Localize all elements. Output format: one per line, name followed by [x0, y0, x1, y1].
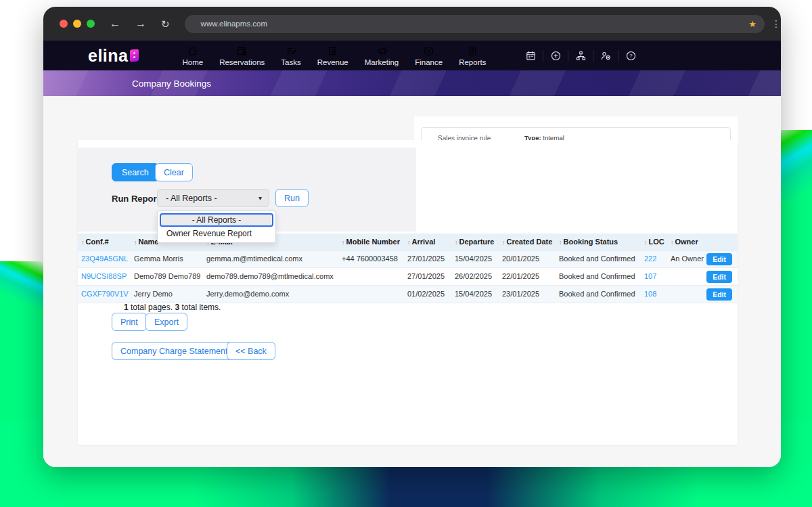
admin-gear-icon[interactable] — [593, 50, 618, 62]
cell-mobile: +44 7600003458 — [338, 250, 404, 267]
cell-mobile — [338, 286, 404, 303]
back-page-button[interactable]: << Back — [227, 342, 275, 360]
close-window-button[interactable] — [60, 20, 68, 28]
cell-owner: An Owner — [667, 250, 704, 267]
run-button[interactable]: Run — [275, 189, 309, 207]
sitemap-icon[interactable] — [568, 50, 593, 62]
app-logo[interactable]: elina — [88, 47, 139, 64]
cell-edit: Edit — [704, 268, 738, 285]
sort-icon: ↕ — [81, 239, 85, 246]
cell-loc[interactable]: 108 — [641, 286, 667, 303]
print-button[interactable]: Print — [112, 313, 147, 331]
table-row: N9UCSI88SPDemo789 Demo789demo789.demo789… — [78, 268, 738, 286]
cell-conf[interactable]: 23Q49A5GNL — [78, 250, 131, 267]
column-header-owner[interactable]: ↕Owner — [667, 234, 704, 250]
utility-menu: ? — [518, 50, 643, 62]
nav-item-label: Revenue — [317, 58, 348, 66]
report-option[interactable]: Owner Revenue Report — [160, 227, 273, 240]
sort-icon: ↕ — [134, 239, 137, 246]
pagination-summary: 1 total pages. 3 total items. — [124, 303, 221, 312]
minimize-window-button[interactable] — [73, 20, 81, 28]
cell-status: Booked and Confirmed — [556, 286, 641, 303]
help-icon[interactable]: ? — [618, 50, 643, 62]
cell-email: gemma.m@mtimedical.comx — [203, 250, 338, 267]
cell-arrival: 01/02/2025 — [404, 286, 451, 303]
company-charge-statement-button[interactable]: Company Charge Statement — [112, 342, 236, 360]
cell-status: Booked and Confirmed — [556, 250, 641, 267]
column-header-arrival[interactable]: ↕Arrival — [404, 234, 451, 250]
edit-booking-button[interactable]: Edit — [706, 271, 732, 283]
reload-button[interactable]: ↻ — [161, 19, 170, 29]
column-header-booking-status[interactable]: ↕Booking Status — [556, 234, 641, 250]
nav-item-home[interactable]: Home — [182, 45, 203, 66]
desktop-background: ← → ↻ www.elinapms.com ★ ⋮ elina HomeRes… — [0, 0, 812, 507]
marketing-icon — [376, 45, 388, 57]
clear-button[interactable]: Clear — [155, 163, 193, 181]
cell-arrival: 27/01/2025 — [404, 250, 451, 267]
cell-loc[interactable]: 107 — [641, 268, 667, 285]
run-report-label: Run Report: — [112, 194, 162, 204]
maximize-window-button[interactable] — [87, 20, 95, 28]
bookings-table: ↕Conf.#↕Name↕E-Mail↕Mobile Number↕Arriva… — [78, 234, 738, 303]
table-body: 23Q49A5GNLGemma Morrisgemma.m@mtimedical… — [78, 250, 738, 303]
cell-edit: Edit — [704, 250, 738, 267]
column-header-departure[interactable]: ↕Departure — [451, 234, 499, 250]
cell-departure: 15/04/2025 — [451, 250, 499, 267]
nav-item-reservations[interactable]: Reservations — [219, 45, 265, 66]
sort-icon: ↕ — [455, 239, 458, 246]
add-icon[interactable] — [543, 50, 568, 62]
search-button[interactable]: Search — [112, 163, 159, 181]
cell-created: 23/01/2025 — [499, 286, 556, 303]
sort-icon: ↕ — [559, 239, 562, 246]
back-button[interactable]: ← — [110, 18, 120, 29]
cell-name: Jerry Demo — [131, 286, 203, 303]
report-select-menu: - All Reports -Owner Revenue Report — [157, 211, 276, 243]
nav-item-label: Finance — [415, 58, 443, 66]
tasks-icon — [286, 45, 297, 57]
export-button[interactable]: Export — [145, 313, 187, 331]
cell-loc[interactable]: 222 — [641, 250, 667, 267]
report-option[interactable]: - All Reports - — [160, 213, 273, 227]
page-title: Company Bookings — [132, 79, 211, 89]
page-content: Sales invoice rule Type: Internal Amount… — [43, 96, 781, 467]
cell-name: Demo789 Demo789 — [131, 268, 203, 285]
sort-icon: ↕ — [502, 239, 505, 246]
column-header-mobile-number[interactable]: ↕Mobile Number — [338, 234, 404, 250]
column-header-created-date[interactable]: ↕Created Date — [499, 234, 556, 250]
home-icon — [187, 45, 198, 57]
cell-email: Jerry.demo@demo.comx — [203, 286, 338, 303]
revenue-icon — [327, 45, 338, 57]
svg-text:?: ? — [629, 53, 633, 59]
url-text: www.elinapms.com — [201, 20, 749, 28]
forward-button[interactable]: → — [135, 18, 146, 29]
nav-item-tasks[interactable]: Tasks — [281, 45, 300, 66]
table-row: CGXF790V1VJerry DemoJerry.demo@demo.comx… — [78, 286, 738, 303]
address-bar[interactable]: www.elinapms.com ★ — [185, 15, 765, 33]
report-select-value: - All Reports - — [166, 194, 258, 203]
nav-item-finance[interactable]: $Finance — [415, 45, 443, 66]
main-menu: HomeReservationsTasksRevenueMarketing$Fi… — [182, 45, 486, 66]
browser-window: ← → ↻ www.elinapms.com ★ ⋮ elina HomeRes… — [43, 7, 781, 467]
finance-icon: $ — [423, 45, 434, 57]
cell-conf[interactable]: N9UCSI88SP — [78, 268, 131, 285]
cell-departure: 26/02/2025 — [451, 268, 499, 285]
nav-item-marketing[interactable]: Marketing — [365, 45, 399, 66]
calendar-icon[interactable] — [518, 50, 543, 62]
page-header: Company Bookings — [43, 70, 781, 96]
report-select[interactable]: - All Reports - ▾ — [157, 189, 269, 207]
edit-booking-button[interactable]: Edit — [706, 288, 732, 301]
table-row: 23Q49A5GNLGemma Morrisgemma.m@mtimedical… — [78, 250, 738, 268]
nav-item-reports[interactable]: Reports — [459, 45, 486, 66]
browser-titlebar: ← → ↻ www.elinapms.com ★ ⋮ — [43, 7, 781, 41]
nav-item-revenue[interactable]: Revenue — [317, 45, 348, 66]
nav-item-label: Marketing — [365, 58, 399, 66]
cell-conf[interactable]: CGXF790V1V — [78, 286, 131, 303]
column-header-loc[interactable]: ↕LOC — [641, 234, 667, 250]
column-header-conf-[interactable]: ↕Conf.# — [78, 234, 131, 250]
cell-owner — [667, 268, 704, 285]
sort-icon: ↕ — [644, 239, 648, 246]
browser-menu-icon[interactable]: ⋮ — [771, 18, 781, 29]
bookmark-star-icon[interactable]: ★ — [748, 19, 757, 29]
nav-item-label: Reservations — [219, 58, 265, 66]
edit-booking-button[interactable]: Edit — [706, 253, 732, 265]
